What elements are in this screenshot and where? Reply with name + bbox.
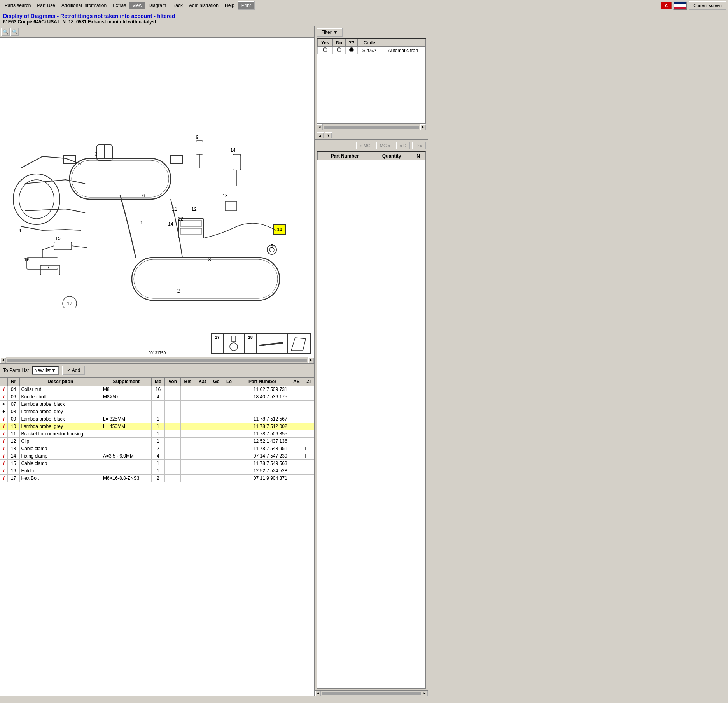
table-row[interactable]: i 11 Bracket for connector housing 1 11 … [0,430,314,438]
table-row[interactable]: i 06 Knurled bolt M8X50 4 18 40 7 536 17… [0,393,314,401]
flag-icon[interactable] [673,1,687,10]
row-zi [303,475,314,482]
col-part-number: Part Number [235,378,290,386]
scroll-track[interactable] [7,359,307,362]
row-zi: I [303,452,314,460]
menu-diagram[interactable]: Diagram [145,2,169,9]
diagram-container: 10 [0,38,314,357]
thumb-18[interactable] [256,334,287,353]
row-supplement: M8X50 [101,393,151,401]
d-prev-button[interactable]: « D [396,142,410,149]
filter-maybe-radio[interactable] [349,47,354,52]
right-table-wrap: Part Number Quantity N [317,151,426,689]
thumb-label-17: 17 [212,334,223,353]
menu-parts-search[interactable]: Parts search [2,2,34,9]
nav-up-arrow[interactable]: ▲ [317,132,324,138]
svg-text:6: 6 [142,193,145,198]
right-scroll-track[interactable] [322,692,421,695]
h-scroll-diagram: ◄ ► [0,357,314,363]
row-ge [210,475,223,482]
plus-icon: + [2,409,5,414]
table-row[interactable]: i 16 Holder 1 12 52 7 524 528 [0,467,314,475]
filter-scroll-right[interactable]: ► [420,124,426,130]
row-me: 1 [151,430,165,438]
row-zi [303,430,314,438]
col-zi: ZI [303,378,314,386]
filter-maybe-cell[interactable] [346,47,358,54]
row-ae [290,408,303,415]
row-nr: 16 [7,467,19,475]
menu-extras[interactable]: Extras [110,2,129,9]
table-row[interactable]: i 10 Lambda probe, grey L= 450MM 1 11 78… [0,423,314,430]
row-kat [195,467,210,475]
row-icon-cell: i [0,393,8,401]
scroll-right-arrow[interactable]: ► [308,357,314,363]
filter-table-wrap: Yes No ?? Code S205A A [317,38,426,124]
row-supplement [101,445,151,452]
col-ae: AE [290,378,303,386]
right-scroll-left[interactable]: ◄ [315,691,321,697]
nav-buttons-row: « MG MG » « D D » [315,140,428,151]
add-button[interactable]: ✓ Add [62,366,85,375]
table-row[interactable]: + 08 Lambda probe, grey [0,408,314,415]
row-icon-cell: i [0,430,8,438]
menu-view[interactable]: View [129,2,145,9]
nav-down-arrow[interactable]: ▼ [325,132,332,138]
row-nr: 07 [7,401,19,408]
row-von [165,452,181,460]
menu-back[interactable]: Back [169,2,186,9]
row-von [165,393,181,401]
table-row[interactable]: i 13 Cable clamp 2 11 78 7 548 951 I [0,445,314,452]
filter-yes-radio[interactable] [323,47,327,52]
filter-no-radio[interactable] [337,47,341,52]
svg-text:7: 7 [47,265,50,270]
row-icon-cell: + [0,401,8,408]
filter-scroll-track[interactable] [324,126,419,129]
table-row[interactable]: i 14 Fixing clamp A=3,5 - 6,0MM 4 07 14 … [0,452,314,460]
row-nr: 11 [7,430,19,438]
row-ge [210,386,223,393]
filter-button[interactable]: Filter ▼ [317,28,343,37]
menu-print[interactable]: Print [238,1,255,10]
table-row[interactable]: + 07 Lambda probe, black [0,401,314,408]
table-row[interactable]: i 04 Collar nut M8 16 11 62 7 509 731 [0,386,314,393]
svg-text:3: 3 [95,151,98,157]
new-list-dropdown[interactable]: New list ▼ [32,366,59,375]
btn-a[interactable]: A [661,2,672,9]
svg-text:12: 12 [178,216,183,222]
mg-next-button[interactable]: MG » [376,142,394,149]
filter-yes-cell[interactable] [318,47,333,54]
table-row[interactable]: i 09 Lambda probe, black L= 325MM 1 11 7… [0,415,314,423]
right-scroll-right[interactable]: ► [422,691,428,697]
row-le [223,438,235,445]
thumb-angled[interactable] [287,334,311,353]
table-row[interactable]: i 17 Hex Bolt M6X16-8.8-ZNS3 2 07 11 9 9… [0,475,314,482]
row-nr: 17 [7,475,19,482]
filter-no-cell[interactable] [333,47,346,54]
menu-part-use[interactable]: Part Use [34,2,58,9]
row-description: Fixing clamp [19,452,101,460]
table-row[interactable]: i 12 Clip 1 12 52 1 437 136 [0,438,314,445]
table-row[interactable]: i 15 Cable clamp 1 11 78 7 549 563 [0,460,314,467]
current-screen-button[interactable]: Current screen [689,1,726,10]
scroll-left-arrow[interactable]: ◄ [0,357,6,363]
row-supplement: L= 325MM [101,415,151,423]
thumb-17[interactable] [223,334,245,353]
zoom-in-icon: 🔍 [3,29,9,35]
row-ge [210,460,223,467]
menu-help[interactable]: Help [222,2,238,9]
info-icon: i [3,475,4,481]
row-description: Lambda probe, grey [19,408,101,415]
zoom-in-button[interactable]: 🔍 [1,28,10,36]
menu-administration[interactable]: Administration [186,2,222,9]
info-icon: i [3,394,4,400]
row-icon-cell: i [0,445,8,452]
filter-scroll-left[interactable]: ◄ [317,124,323,130]
row-ae [290,467,303,475]
d-next-button[interactable]: D » [412,142,426,149]
row-ae [290,475,303,482]
row-von [165,430,181,438]
menu-additional-info[interactable]: Additional Information [58,2,110,9]
zoom-out-button[interactable]: 🔍 [10,28,19,36]
mg-prev-button[interactable]: « MG [356,142,374,149]
